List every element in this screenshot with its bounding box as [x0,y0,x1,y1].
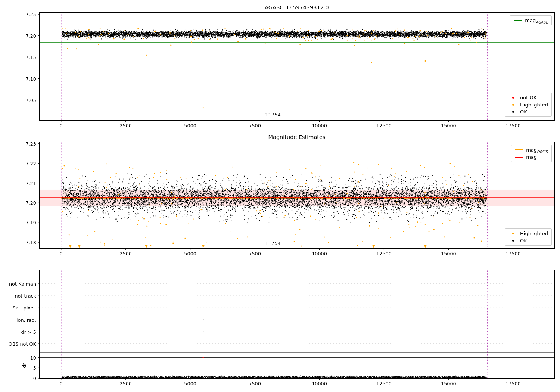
plots-canvas [0,0,560,392]
plot1-ytick-2: 7.15 [26,55,37,60]
plot2-xtick-5: 12500 [376,251,392,256]
legend-label: magOBSID [526,147,548,153]
legend-dot-marker [509,111,517,113]
legend-label: Highlighted [520,231,548,236]
legend-label: mag [526,154,537,160]
plot3-xtick-3: 7500 [249,381,261,386]
legend-label: Highlighted [520,102,548,108]
plot2-ytick-0: 7.18 [26,240,37,245]
plot1-xtick-7: 17500 [505,123,521,128]
legend-2-entry-0: magOBSID [515,147,548,153]
plot2-xtick-6: 15000 [441,251,456,256]
plot1-ytick-0: 7.05 [26,97,37,103]
legend-3-entry-1: OK [509,238,548,243]
plot2-ytick-5: 7.23 [26,141,37,146]
plot3-flag-label-1: not track [15,293,36,299]
plot2-ytick-4: 7.22 [26,161,37,166]
plot1-xtick-3: 7500 [249,123,261,128]
plot2-ytick-3: 7.21 [26,180,37,186]
legend-label: magAGASC [525,18,548,23]
legend-line-marker [514,20,522,21]
plot1-title: AGASC ID 597439312.0 [265,4,329,10]
plot2-xtick-4: 10000 [312,251,327,256]
plot2-ytick-2: 7.20 [26,200,37,206]
plot2-title: Magnitude Estimates [268,134,325,140]
plot3-xtick-1: 2500 [119,381,132,386]
legend-label: OK [520,109,527,115]
figure: 0250050007500100001250015000175007.057.1… [0,0,560,392]
plot2-ytick-1: 7.19 [26,220,37,225]
plot1-ytick-3: 7.20 [26,33,37,38]
plot1-xtick-2: 5000 [184,123,196,128]
plot3-flag-label-3: Ion. rad. [16,317,36,323]
plot3-xtick-5: 12500 [376,381,392,386]
plot2-xtick-1: 2500 [119,251,132,256]
legend-label: not OK [520,95,536,100]
plot3-flag-label-4: dr > 5 [21,329,36,335]
legend-1-entry-2: OK [509,109,548,115]
plot3-xtick-7: 17500 [505,381,521,386]
plot1-obsid-annotation: 11754 [265,112,280,118]
plot3-xtick-0: 0 [60,381,63,386]
legend-2-entry-1: mag [515,154,548,160]
plot3-xtick-2: 5000 [184,381,196,386]
legend-line-marker [515,149,523,150]
plot1-xtick-4: 10000 [312,123,327,128]
plot1-xtick-0: 0 [60,123,63,128]
legend-3-entry-0: Highlighted [509,231,548,236]
plot1-xtick-6: 15000 [441,123,456,128]
legend-0: magAGASC [510,15,552,25]
plot3-dr-ytick-0: 0 [33,376,36,381]
plot2-obsid-annotation: 11754 [265,240,280,246]
legend-0-entry-0: magAGASC [514,18,548,23]
plot3-dr-ytick-2: 10 [30,355,36,360]
plot1-xtick-1: 2500 [119,123,132,128]
plot3-flag-label-0: not Kalman [9,281,36,287]
plot1-xtick-5: 12500 [376,123,392,128]
plot3-xtick-4: 10000 [312,381,327,386]
legend-label: OK [520,238,527,243]
plot3-dr-ytick-1: 5 [33,365,36,371]
legend-dot-marker [509,240,517,242]
legend-1: not OKHighlightedOK [505,93,552,117]
plot3-flag-label-2: Sat. pixel. [13,305,36,311]
legend-dot-marker [509,233,517,234]
legend-dot-marker [509,97,517,99]
legend-3: HighlightedOK [505,228,552,246]
plot3-dr-ylabel: dr [21,363,27,368]
legend-2: magOBSIDmag [511,145,552,162]
plot1-ytick-4: 7.25 [26,12,37,17]
plot2-xtick-3: 7500 [249,251,261,256]
plot2-xtick-0: 0 [60,251,63,256]
legend-line-marker [515,157,523,158]
plot3-flag-label-5: OBS not OK [9,341,36,347]
legend-1-entry-0: not OK [509,95,548,100]
plot2-xtick-2: 5000 [184,251,196,256]
plot2-xtick-7: 17500 [505,251,521,256]
legend-dot-marker [509,104,517,106]
legend-1-entry-1: Highlighted [509,102,548,108]
plot1-ytick-1: 7.10 [26,76,37,81]
plot3-xtick-6: 15000 [441,381,456,386]
